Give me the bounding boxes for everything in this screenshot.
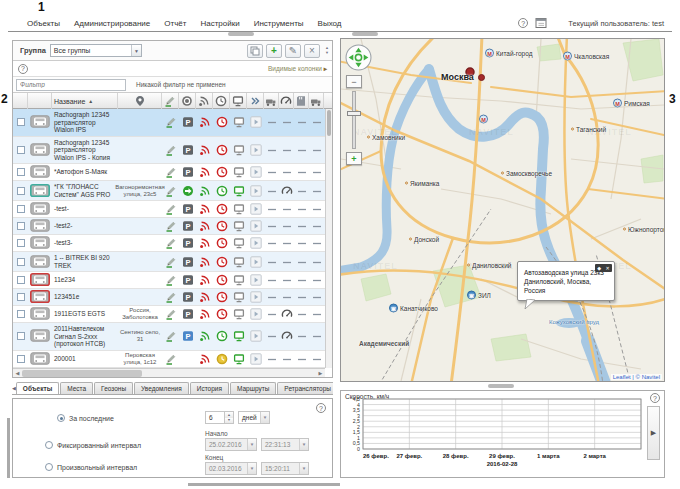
- scroll-right-icon[interactable]: ▶: [316, 369, 325, 377]
- edit-icon[interactable]: [165, 308, 177, 320]
- quick-track-icon[interactable]: [250, 274, 262, 286]
- quick-track-icon[interactable]: [250, 116, 262, 128]
- edit-icon[interactable]: [165, 116, 177, 128]
- table-row[interactable]: -test-P: [13, 201, 325, 218]
- quick-track-icon[interactable]: [250, 237, 262, 249]
- edit-icon[interactable]: [165, 274, 177, 286]
- delete-button[interactable]: ×: [304, 44, 320, 58]
- quick-track-icon[interactable]: [250, 144, 262, 156]
- row-checkbox[interactable]: [17, 168, 25, 176]
- quick-track-icon[interactable]: [250, 256, 262, 268]
- edit-icon[interactable]: [165, 220, 177, 232]
- row-checkbox[interactable]: [17, 222, 25, 230]
- edit-icon[interactable]: [165, 185, 177, 197]
- help-icon[interactable]: ?: [650, 393, 660, 403]
- quick-track-icon[interactable]: [250, 353, 262, 365]
- quick-track-icon[interactable]: [250, 220, 262, 232]
- zoom-in-button[interactable]: +: [346, 152, 362, 165]
- row-checkbox[interactable]: [17, 205, 25, 213]
- days-unit-select[interactable]: дней▼: [238, 411, 270, 424]
- help-icon[interactable]: ?: [316, 403, 326, 413]
- table-row[interactable]: 1 -- BITREK BI 920 TREKP: [13, 252, 325, 272]
- tab-Ретрансляторы[interactable]: Ретрансляторы: [277, 382, 333, 394]
- splitter-grip-map[interactable]: [352, 32, 378, 36]
- quick-track-icon[interactable]: [250, 330, 262, 342]
- row-checkbox[interactable]: [17, 310, 25, 318]
- tab-Геозоны[interactable]: Геозоны: [94, 382, 133, 394]
- map-pan-control[interactable]: [345, 44, 372, 71]
- copy-button[interactable]: [247, 44, 263, 58]
- edit-icon[interactable]: [165, 256, 177, 268]
- table-row[interactable]: -test3-P: [13, 235, 325, 252]
- edit-icon[interactable]: [165, 203, 177, 215]
- horizontal-scrollbar[interactable]: ◀ ▶: [13, 368, 325, 377]
- menu-item[interactable]: Инструменты: [247, 19, 311, 28]
- vertical-scrollbar[interactable]: [325, 109, 332, 368]
- radio-custom-interval[interactable]: Произвольный интервал: [45, 463, 137, 471]
- menu-item[interactable]: Объекты: [20, 19, 67, 28]
- edit-button[interactable]: ✎: [285, 44, 301, 58]
- radio-fixed-interval[interactable]: Фиксированный интервал: [45, 441, 141, 449]
- start-date-field[interactable]: 25.02.2016▼: [205, 438, 257, 451]
- row-checkbox[interactable]: [17, 146, 25, 154]
- edit-icon[interactable]: [165, 166, 177, 178]
- row-checkbox[interactable]: [17, 118, 25, 126]
- quick-track-icon[interactable]: [250, 166, 262, 178]
- edit-icon[interactable]: [165, 330, 177, 342]
- radio-dot[interactable]: [57, 414, 65, 422]
- end-date-field[interactable]: 02.03.2016▼: [205, 462, 257, 475]
- edit-icon[interactable]: [165, 353, 177, 365]
- table-row[interactable]: -test2-P: [13, 218, 325, 235]
- row-checkbox[interactable]: [17, 187, 25, 195]
- quick-track-icon[interactable]: [250, 185, 262, 197]
- visible-columns-link[interactable]: Видимые колонки ▸: [268, 65, 327, 73]
- splitter-grip-left[interactable]: [228, 32, 254, 36]
- tab-Уведомления[interactable]: Уведомления: [134, 382, 189, 394]
- close-icon[interactable]: ✕: [606, 264, 610, 273]
- collapse-spinner[interactable]: ▲▼: [325, 46, 329, 55]
- scrollbar-thumb[interactable]: [327, 110, 331, 136]
- quick-track-icon[interactable]: [250, 291, 262, 303]
- table-row[interactable]: Rachograph 12345 ретранслятор Wialon IPS…: [13, 109, 325, 137]
- splitter-grip-chart[interactable]: [488, 384, 514, 388]
- row-checkbox[interactable]: [17, 258, 25, 266]
- tab-Объекты[interactable]: Объекты: [16, 382, 59, 394]
- help-icon[interactable]: ?: [18, 64, 28, 74]
- edit-icon[interactable]: [165, 291, 177, 303]
- table-row[interactable]: 200001Перовская улица, 1с12: [13, 351, 325, 368]
- start-time-field[interactable]: 22:31:13▼: [261, 438, 309, 451]
- help-icon[interactable]: ?: [518, 18, 528, 28]
- notes-panel-icon[interactable]: [535, 17, 547, 29]
- row-checkbox[interactable]: [17, 276, 25, 284]
- menu-item[interactable]: Выход: [311, 19, 349, 28]
- zoom-slider-track[interactable]: [352, 91, 356, 149]
- quick-track-icon[interactable]: [250, 308, 262, 320]
- tab-Места[interactable]: Места: [60, 382, 93, 394]
- radio-dot[interactable]: [45, 463, 53, 471]
- edit-icon[interactable]: [165, 237, 177, 249]
- menu-item[interactable]: Настройки: [193, 19, 246, 28]
- table-row[interactable]: Rachograph 12345 ретранслятор Wialon IPS…: [13, 137, 325, 165]
- zoom-slider-handle[interactable]: [347, 111, 361, 116]
- radio-last-period[interactable]: За последние: [57, 414, 114, 422]
- table-row[interactable]: *ГК "ГЛОНАСС Систем" AGS PROВагоноремонт…: [13, 181, 325, 201]
- table-row[interactable]: 11e234P: [13, 272, 325, 289]
- pin-icon[interactable]: ◆: [597, 264, 601, 273]
- row-checkbox[interactable]: [17, 355, 25, 363]
- table-row[interactable]: 1911EGTS EGTSРоссия, ЗаболотовкаP: [13, 306, 325, 323]
- column-name-header[interactable]: Название▲: [52, 93, 118, 109]
- group-select[interactable]: Все группы ▼: [50, 44, 142, 57]
- radio-dot[interactable]: [45, 441, 53, 449]
- zoom-out-button[interactable]: −: [346, 75, 362, 88]
- tab-Маршруты[interactable]: Маршруты: [230, 382, 276, 394]
- row-checkbox[interactable]: [17, 293, 25, 301]
- scrollbar-thumb[interactable]: [22, 370, 142, 377]
- table-row[interactable]: 123451eP: [13, 289, 325, 306]
- scroll-left-icon[interactable]: ◀: [13, 369, 22, 377]
- table-row[interactable]: 2011Навтелеком Сигнал S-2xxx (протокол Н…: [13, 323, 325, 351]
- quick-track-icon[interactable]: [250, 203, 262, 215]
- row-checkbox[interactable]: [17, 239, 25, 247]
- days-value-input[interactable]: 6: [205, 411, 225, 424]
- days-stepper[interactable]: ▲▼: [225, 411, 234, 424]
- add-button[interactable]: +: [266, 44, 282, 58]
